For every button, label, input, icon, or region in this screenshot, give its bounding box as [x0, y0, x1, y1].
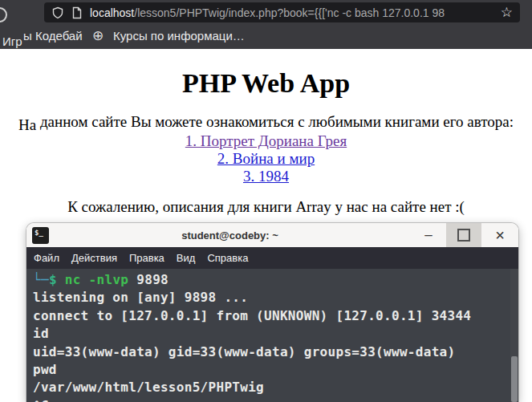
bookmark-games-label[interactable]: ы Кодебай [23, 29, 83, 43]
maximize-icon [457, 229, 470, 242]
bookmark-courses[interactable]: Курсы по информаци… [113, 29, 245, 43]
prompt-symbol: $ [49, 272, 57, 287]
page-title: PHP Web App [0, 49, 532, 99]
page-icon[interactable] [71, 6, 83, 19]
book-description-message: К сожалению, описания для книги Array у … [0, 198, 532, 216]
book-link-war-and-peace[interactable]: 2. Война и мир [0, 150, 532, 168]
menu-view[interactable]: Вид [177, 252, 196, 264]
terminal-menubar: Файл Действия Правка Вид Справка [26, 247, 518, 269]
url-text[interactable]: localhost/lesson5/PHPTwig/index.php?book… [90, 6, 496, 19]
bookmark-star-icon[interactable]: ☆ [501, 6, 513, 19]
intro-rest: данном сайте Вы можете ознакомиться с лю… [36, 113, 514, 130]
terminal-line: id [33, 325, 507, 343]
terminal-prompt-line: └─$nc -nlvp9898 [33, 271, 507, 289]
prompt-arms: └─ [33, 272, 49, 287]
terminal-app-icon: $_ [32, 227, 49, 244]
book-link-dorian-gray[interactable]: 1. Портрет Дориана Грея [0, 132, 532, 150]
url-path: /lesson5/PHPTwig/index.php?book={{['nc -… [134, 6, 445, 19]
terminal-output[interactable]: └─$nc -nlvp9898 listening on [any] 9898 … [26, 269, 518, 402]
menu-actions[interactable]: Действия [71, 252, 117, 264]
menu-file[interactable]: Файл [34, 252, 59, 264]
terminal-title: student@codeby: ~ [49, 229, 411, 242]
book-link-1984[interactable]: 3. 1984 [0, 168, 532, 185]
maximize-button[interactable] [446, 223, 481, 247]
close-button[interactable]: × [481, 223, 518, 247]
browser-chrome: localhost/lesson5/PHPTwig/index.php?book… [0, 0, 532, 49]
toolbar: localhost/lesson5/PHPTwig/index.php?book… [0, 0, 532, 24]
terminal-window: $_ student@codeby: ~ – × Файл Действия П… [26, 223, 518, 402]
url-bar[interactable]: localhost/lesson5/PHPTwig/index.php?book… [44, 2, 520, 22]
terminal-line: connect to [127.0.0.1] from (UNKNOWN) [1… [33, 307, 507, 325]
scrollbar-thumb[interactable] [511, 356, 518, 402]
screen: localhost/lesson5/PHPTwig/index.php?book… [0, 0, 532, 402]
minimize-button[interactable]: – [411, 223, 446, 247]
terminal-scrollbar[interactable] [510, 269, 518, 402]
globe-icon: ⊕ [92, 27, 104, 44]
intro-prefix: На [18, 116, 36, 133]
bookmarks-bar: Игр ы Кодебай ⊕ Курсы по информаци… [0, 24, 532, 49]
url-fade [469, 6, 496, 19]
command-arg: 9898 [136, 272, 169, 287]
terminal-line: listening on [any] 9898 ... [33, 289, 507, 307]
command-text: nc -nlvp [65, 272, 128, 287]
terminal-line: pwd [33, 361, 507, 379]
book-links: 1. Портрет Дориана Грея 2. Война и мир 3… [0, 132, 532, 186]
url-host: localhost [90, 6, 134, 19]
terminal-titlebar[interactable]: $_ student@codeby: ~ – × [26, 223, 518, 247]
menu-edit[interactable]: Правка [129, 252, 164, 264]
shield-icon[interactable] [51, 6, 64, 19]
bookmark-games-label-prefix[interactable]: Игр [2, 35, 22, 48]
window-controls: – × [411, 223, 518, 247]
intro-text: На данном сайте Вы можете ознакомиться с… [0, 113, 532, 131]
terminal-line: uid=33(www-data) gid=33(www-data) groups… [33, 343, 507, 361]
menu-help[interactable]: Справка [207, 252, 248, 264]
terminal-line: ^C [33, 397, 507, 402]
terminal-line: /var/www/html/lesson5/PHPTwig [33, 379, 507, 396]
menu-partial-icon [0, 7, 7, 22]
